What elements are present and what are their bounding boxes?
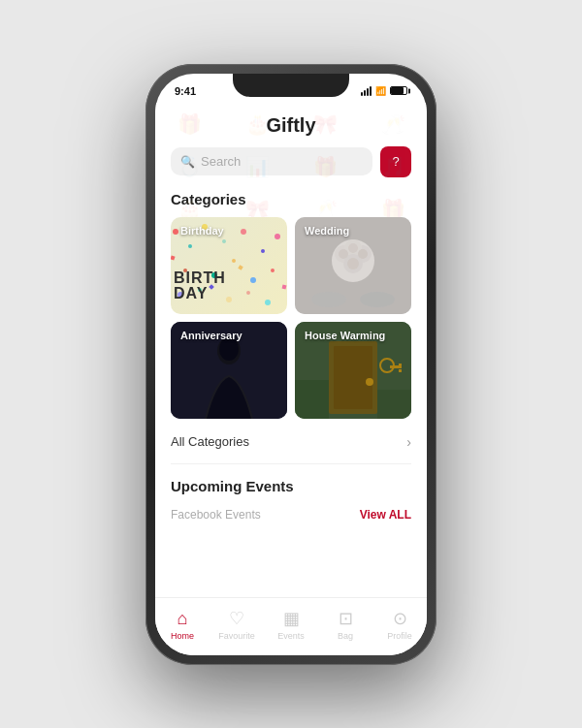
phone-frame: 9:41 📶 🎁🎂🎀🥂 💍📊🎁🎵 (146, 64, 436, 665)
all-categories-row[interactable]: All Categories › (155, 428, 427, 463)
chevron-right-icon: › (406, 434, 411, 450)
category-grid: BIRTH DAY Birthday (155, 217, 427, 428)
search-icon: 🔍 (180, 155, 195, 169)
profile-label: Profile (387, 631, 412, 641)
category-card-birthday[interactable]: BIRTH DAY Birthday (171, 217, 287, 314)
nav-item-home[interactable]: ⌂ Home (155, 609, 210, 641)
events-label: Events (277, 631, 305, 641)
search-box[interactable]: 🔍 Search (171, 147, 372, 175)
search-placeholder: Search (201, 154, 241, 169)
upcoming-events-title: Upcoming Events (155, 468, 427, 504)
bag-icon: ⊡ (339, 608, 353, 629)
upcoming-events-row: Facebook Events View ALL (155, 504, 427, 529)
all-categories-label: All Categories (171, 434, 249, 449)
profile-icon: ⊙ (393, 608, 407, 629)
app-title: Giftly (155, 103, 427, 146)
anniversary-label: Anniversary (180, 330, 242, 341)
nav-item-bag[interactable]: ⊡ Bag (318, 608, 372, 641)
home-icon: ⌂ (178, 609, 188, 629)
nav-item-profile[interactable]: ⊙ Profile (372, 608, 427, 641)
favourite-label: Favourite (218, 631, 255, 641)
favourite-icon: ♡ (229, 608, 244, 629)
signal-icon (361, 86, 372, 96)
birthday-label: Birthday (180, 225, 224, 237)
wedding-label: Wedding (305, 225, 349, 237)
bag-label: Bag (338, 631, 353, 641)
status-time: 9:41 (175, 85, 196, 97)
categories-title: Categories (155, 191, 427, 217)
facebook-events-label: Facebook Events (171, 508, 261, 522)
filter-icon: ? (392, 154, 399, 169)
nav-item-favourite[interactable]: ♡ Favourite (210, 608, 264, 641)
nav-item-events[interactable]: ▦ Events (264, 608, 318, 641)
events-icon: ▦ (283, 608, 300, 629)
category-card-anniversary[interactable]: Anniversary (171, 322, 287, 419)
notch (233, 74, 349, 97)
category-card-housewarm[interactable]: House Warming (295, 322, 411, 419)
status-icons: 📶 (361, 86, 407, 96)
screen-content: 🎁🎂🎀🥂 💍📊🎁🎵 🎂🎀🥂🎁 📊🎵💍🎂 🎁🎀🥂📊 🎵💍🎂🎁 Giftly 🔍 S… (155, 103, 427, 655)
phone-screen: 9:41 📶 🎁🎂🎀🥂 💍📊🎁🎵 (155, 74, 427, 655)
search-container: 🔍 Search ? (171, 146, 411, 177)
search-filter-button[interactable]: ? (380, 146, 411, 177)
wifi-icon: 📶 (375, 86, 386, 96)
housewarm-label: House Warming (305, 330, 385, 341)
home-label: Home (171, 631, 194, 641)
view-all-button[interactable]: View ALL (360, 508, 411, 522)
battery-icon (390, 86, 407, 95)
upcoming-events-section: Upcoming Events Facebook Events View ALL (155, 464, 427, 529)
bottom-nav: ⌂ Home ♡ Favourite ▦ Events ⊡ Bag ⊙ Pr (155, 597, 427, 655)
category-card-wedding[interactable]: Wedding (295, 217, 411, 314)
